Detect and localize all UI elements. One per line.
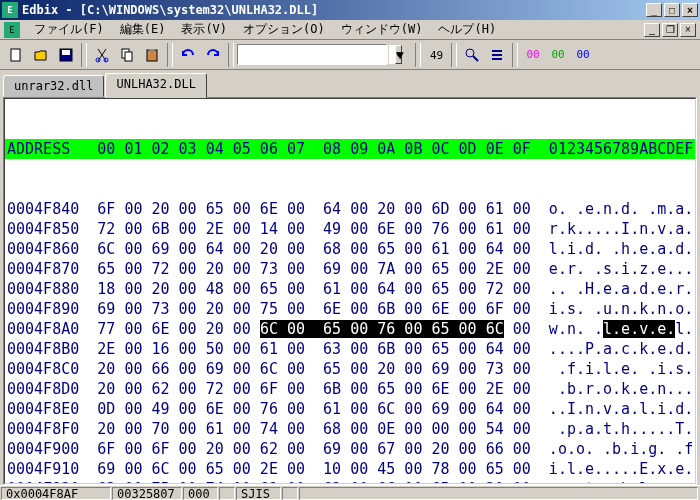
mdi-restore-button[interactable]: ❐ — [662, 23, 678, 37]
list-icon — [489, 47, 505, 63]
status-rest — [299, 487, 698, 500]
hex-content[interactable]: ADDRESS 00 01 02 03 04 05 06 07 08 09 0A… — [4, 98, 696, 484]
svg-rect-0 — [11, 49, 20, 61]
hex-row[interactable]: 0004F8E0 0D 00 49 00 6E 00 76 00 61 00 6… — [5, 399, 695, 419]
hex-row[interactable]: 0004F890 69 00 73 00 20 00 75 00 6E 00 6… — [5, 299, 695, 319]
separator — [81, 43, 87, 67]
svg-point-3 — [96, 58, 100, 62]
svg-point-4 — [104, 58, 108, 62]
save-button[interactable] — [54, 43, 78, 67]
separator — [415, 43, 421, 67]
undo-button[interactable] — [176, 43, 200, 67]
status-selection: 00325807 — [112, 487, 182, 500]
mdi-close-button[interactable]: × — [680, 23, 696, 37]
goto-button[interactable] — [460, 43, 484, 67]
statusbar: 0x0004F8AF 00325807 000 SJIS — [0, 485, 700, 500]
color0-label: 00 — [526, 48, 539, 61]
search-combo[interactable]: ▼ — [237, 44, 387, 65]
hex-row[interactable]: 0004F850 72 00 6B 00 2E 00 14 00 49 00 6… — [5, 219, 695, 239]
hex-row[interactable]: 0004F8F0 20 00 70 00 61 00 74 00 68 00 0… — [5, 419, 695, 439]
titlebar: E Edbix - [C:\WINDOWS\system32\UNLHA32.D… — [0, 0, 700, 20]
list-button[interactable] — [485, 43, 509, 67]
goto-icon — [464, 47, 480, 63]
hex-row[interactable]: 0004F910 69 00 6C 00 65 00 2E 00 10 00 4… — [5, 459, 695, 479]
minimize-button[interactable]: _ — [646, 3, 662, 17]
separator — [167, 43, 173, 67]
paste-button[interactable] — [140, 43, 164, 67]
hex-row[interactable]: 0004F870 65 00 72 00 20 00 73 00 69 00 7… — [5, 259, 695, 279]
hex-row[interactable]: 0004F860 6C 00 69 00 64 00 20 00 68 00 6… — [5, 239, 695, 259]
cut-button[interactable] — [90, 43, 114, 67]
separator — [451, 43, 457, 67]
menu-help[interactable]: ヘルプ(H) — [430, 19, 504, 40]
menu-file[interactable]: ファイル(F) — [26, 19, 112, 40]
new-icon — [8, 47, 24, 63]
hex-row[interactable]: 0004F8B0 2E 00 16 00 50 00 61 00 63 00 6… — [5, 339, 695, 359]
color1-button[interactable]: 00 — [546, 43, 570, 67]
toolbar: ▼ ▼ 49 00 00 00 — [0, 40, 700, 70]
hex-header: ADDRESS 00 01 02 03 04 05 06 07 08 09 0A… — [5, 139, 695, 159]
undo-icon — [180, 47, 196, 63]
svg-rect-8 — [149, 49, 155, 52]
close-button[interactable]: × — [682, 3, 698, 17]
maximize-button[interactable]: □ — [664, 3, 680, 17]
hex-row[interactable]: 0004F920 63 00 75 00 74 00 61 00 62 00 6… — [5, 479, 695, 484]
separator — [512, 43, 518, 67]
svg-text:49: 49 — [430, 49, 443, 62]
status-position: 0x0004F8AF — [1, 487, 111, 500]
status-blank1 — [219, 487, 235, 500]
svg-point-10 — [466, 49, 474, 57]
find-icon: 49 — [428, 47, 444, 63]
svg-rect-6 — [125, 52, 132, 61]
open-icon — [33, 47, 49, 63]
hex-row[interactable]: 0004F8D0 20 00 62 00 72 00 6F 00 6B 00 6… — [5, 379, 695, 399]
hex-row[interactable]: 0004F880 18 00 20 00 48 00 65 00 61 00 6… — [5, 279, 695, 299]
copy-icon — [119, 47, 135, 63]
color0-button[interactable]: 00 — [521, 43, 545, 67]
search-down-button[interactable]: ▼ — [388, 43, 412, 67]
tab-unlha32[interactable]: UNLHA32.DLL — [105, 73, 206, 98]
menu-option[interactable]: オプション(O) — [235, 19, 333, 40]
window-buttons: _ □ × — [646, 3, 698, 17]
status-blank2 — [282, 487, 298, 500]
tab-strip: unrar32.dll UNLHA32.DLL — [0, 70, 700, 97]
search-input[interactable] — [238, 45, 395, 64]
copy-button[interactable] — [115, 43, 139, 67]
find-button[interactable]: 49 — [424, 43, 448, 67]
menu-view[interactable]: 表示(V) — [173, 19, 235, 40]
mdi-icon[interactable]: E — [4, 22, 20, 38]
hex-editor: ADDRESS 00 01 02 03 04 05 06 07 08 09 0A… — [3, 97, 697, 485]
menubar: E ファイル(F) 編集(E) 表示(V) オプション(O) ウィンドウ(W) … — [0, 20, 700, 40]
svg-line-11 — [473, 56, 478, 61]
redo-icon — [205, 47, 221, 63]
mdi-minimize-button[interactable]: _ — [644, 23, 660, 37]
separator — [228, 43, 234, 67]
open-button[interactable] — [29, 43, 53, 67]
hex-row[interactable]: 0004F900 6F 00 6F 00 20 00 62 00 69 00 6… — [5, 439, 695, 459]
svg-rect-2 — [62, 50, 70, 55]
mdi-buttons: _ ❐ × — [644, 23, 696, 37]
menu-edit[interactable]: 編集(E) — [112, 19, 174, 40]
hex-row[interactable]: 0004F8C0 20 00 66 00 69 00 6C 00 65 00 2… — [5, 359, 695, 379]
color2-label: 00 — [576, 48, 589, 61]
paste-icon — [144, 47, 160, 63]
color1-label: 00 — [551, 48, 564, 61]
status-encoding: SJIS — [236, 487, 281, 500]
status-modified: 000 — [183, 487, 218, 500]
hex-row[interactable]: 0004F8A0 77 00 6E 00 20 00 6C 00 65 00 7… — [5, 319, 695, 339]
cut-icon — [94, 47, 110, 63]
window-title: Edbix - [C:\WINDOWS\system32\UNLHA32.DLL… — [22, 3, 646, 17]
save-icon — [58, 47, 74, 63]
redo-button[interactable] — [201, 43, 225, 67]
hex-row[interactable]: 0004F840 6F 00 20 00 65 00 6E 00 64 00 2… — [5, 199, 695, 219]
color2-button[interactable]: 00 — [571, 43, 595, 67]
new-button[interactable] — [4, 43, 28, 67]
tab-unrar32[interactable]: unrar32.dll — [3, 75, 104, 97]
menu-window[interactable]: ウィンドウ(W) — [333, 19, 431, 40]
app-icon: E — [2, 2, 18, 18]
